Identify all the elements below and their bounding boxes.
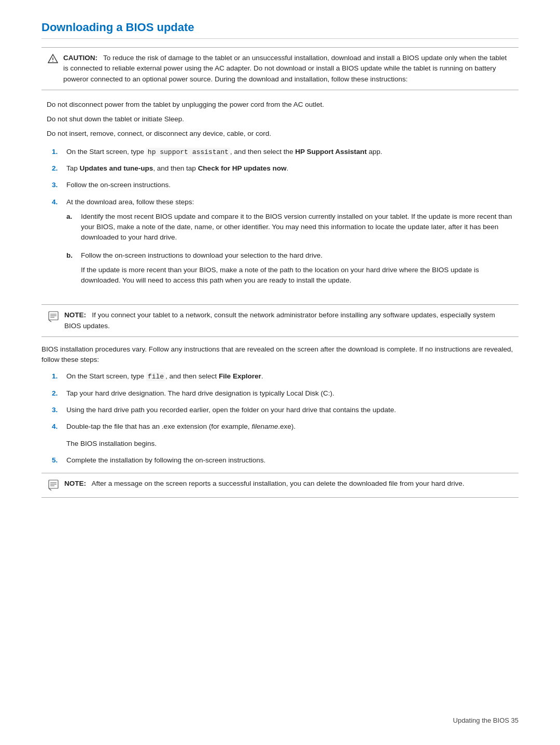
sub-b-text2: If the update is more recent than your B… (81, 265, 519, 286)
note-icon-1 (48, 311, 59, 324)
second-step-5-content: Complete the installation by following t… (66, 455, 519, 466)
note-box-2: NOTE: After a message on the screen repo… (41, 473, 519, 498)
step-1-bold: HP Support Assistant (295, 148, 367, 156)
main-step-4: 4. At the download area, follow these st… (52, 197, 519, 298)
note-box-1: NOTE: If you connect your tablet to a ne… (41, 304, 519, 337)
s1-text-before: On the Start screen, type (66, 372, 146, 380)
note-1-text: NOTE: If you connect your tablet to a ne… (64, 310, 512, 331)
step-4-content: At the download area, follow these steps… (66, 197, 519, 298)
page-footer: Updating the BIOS 35 (453, 716, 519, 724)
s1-code: file (146, 372, 165, 381)
s1-text-end: . (261, 372, 263, 380)
step-1-content: On the Start screen, type hp support ass… (66, 147, 519, 158)
svg-point-2 (52, 61, 53, 62)
note-2-text: NOTE: After a message on the screen repo… (64, 479, 464, 489)
second-step-number-4: 4. (52, 421, 66, 432)
sub-steps-list: a. Identify the most recent BIOS update … (66, 212, 519, 290)
step-number-1: 1. (52, 147, 66, 157)
step-number-2: 2. (52, 163, 66, 174)
second-step-4: 4. Double-tap the file that has an .exe … (52, 421, 519, 432)
step-2-content: Tap Updates and tune-ups, and then tap C… (66, 163, 519, 174)
second-step-number-2: 2. (52, 388, 66, 399)
caution-body: To reduce the risk of damage to the tabl… (63, 54, 507, 83)
step-2-bold1: Updates and tune-ups (80, 164, 153, 172)
caution-box: CAUTION: To reduce the risk of damage to… (41, 47, 519, 90)
second-step-3-content: Using the hard drive path you recorded e… (66, 405, 519, 415)
second-step-1: 1. On the Start screen, type file, and t… (52, 371, 519, 382)
second-step-2-content: Tap your hard drive designation. The har… (66, 388, 519, 399)
sub-letter-a: a. (66, 212, 81, 222)
step-2-text: Tap (66, 164, 80, 172)
second-step-2: 2. Tap your hard drive designation. The … (52, 388, 519, 399)
step-1-text-after: , and then select the (230, 148, 295, 156)
caution-label: CAUTION: (63, 54, 97, 62)
second-step-number-3: 3. (52, 405, 66, 415)
page-title: Downloading a BIOS update (41, 21, 519, 39)
sub-step-a: a. Identify the most recent BIOS update … (66, 212, 519, 243)
note-1-label: NOTE: (64, 311, 86, 319)
bios-begins-text: The BIOS installation begins. (66, 439, 519, 449)
step-2-text2: , and then tap (153, 164, 198, 172)
caution-bullet-3: Do not insert, remove, connect, or disco… (47, 129, 519, 139)
second-step-5: 5. Complete the installation by followin… (52, 455, 519, 466)
step-3-content: Follow the on-screen instructions. (66, 180, 519, 190)
step-1-text-before: On the Start screen, type (66, 148, 146, 156)
second-step-4-content: Double-tap the file that has an .exe ext… (66, 421, 519, 432)
note-2-label: NOTE: (64, 480, 86, 487)
second-steps-list: 1. On the Start screen, type file, and t… (52, 371, 519, 432)
bios-paragraph: BIOS installation procedures vary. Follo… (41, 344, 519, 366)
step-1-bold-after: app. (367, 148, 382, 156)
s4-italic: filename (251, 423, 278, 430)
main-step-1: 1. On the Start screen, type hp support … (52, 147, 519, 158)
sub-letter-b: b. (66, 250, 81, 261)
second-step-number-5: 5. (52, 455, 66, 466)
step-1-code: hp support assistant (146, 148, 230, 157)
sub-b-content: Follow the on-screen instructions to dow… (81, 250, 519, 290)
second-step-3: 3. Using the hard drive path you recorde… (52, 405, 519, 415)
caution-icon (48, 53, 58, 65)
note-icon-2 (48, 479, 59, 492)
sub-b-text1: Follow the on-screen instructions to dow… (81, 250, 519, 261)
step-2-text3: . (286, 164, 288, 172)
second-step-number-1: 1. (52, 371, 66, 382)
caution-bullet-1: Do not disconnect power from the tablet … (47, 100, 519, 110)
s1-bold: File Explorer (219, 372, 261, 380)
main-step-3: 3. Follow the on-screen instructions. (52, 180, 519, 190)
main-steps-list: 1. On the Start screen, type hp support … (52, 147, 519, 298)
step5-list: 5. Complete the installation by followin… (52, 455, 519, 466)
step-2-bold2: Check for HP updates now (198, 164, 287, 172)
second-step-1-content: On the Start screen, type file, and then… (66, 371, 519, 382)
step-4-text: At the download area, follow these steps… (66, 198, 194, 206)
sub-step-b: b. Follow the on-screen instructions to … (66, 250, 519, 290)
note-1-body: If you connect your tablet to a network,… (64, 311, 495, 329)
s4-text-before: Double-tap the file that has an .exe ext… (66, 423, 251, 430)
s4-text-after: .exe). (278, 423, 296, 430)
s1-text-after: , and then select (165, 372, 219, 380)
main-step-2: 2. Tap Updates and tune-ups, and then ta… (52, 163, 519, 174)
caution-text: CAUTION: To reduce the risk of damage to… (63, 53, 512, 85)
note-2-body: After a message on the screen reports a … (92, 480, 465, 487)
caution-bullet-2: Do not shut down the tablet or initiate … (47, 114, 519, 124)
step-number-3: 3. (52, 180, 66, 190)
step-number-4: 4. (52, 197, 66, 207)
sub-a-content: Identify the most recent BIOS update and… (81, 212, 519, 243)
